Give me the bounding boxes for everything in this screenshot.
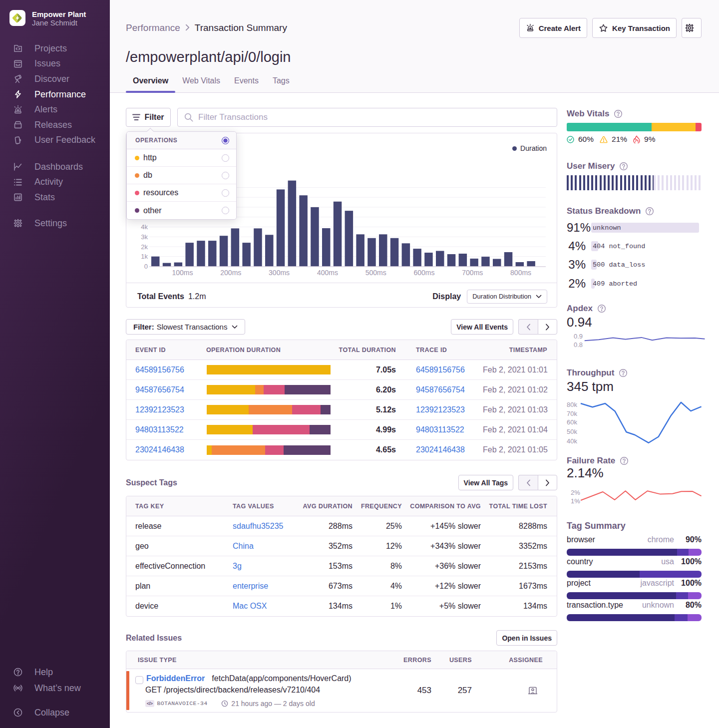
svg-text:300ms: 300ms <box>269 269 290 277</box>
svg-text:4k: 4k <box>141 223 148 231</box>
svg-text:700ms: 700ms <box>462 269 483 277</box>
svg-text:800ms: 800ms <box>510 269 531 277</box>
svg-text:1k: 1k <box>141 253 148 260</box>
svg-text:400ms: 400ms <box>317 269 338 277</box>
svg-text:600ms: 600ms <box>413 269 434 277</box>
svg-text:100ms: 100ms <box>172 269 193 277</box>
svg-text:2k: 2k <box>141 243 148 251</box>
svg-text:200ms: 200ms <box>220 269 241 277</box>
svg-text:3k: 3k <box>141 233 148 241</box>
svg-text:0: 0 <box>144 263 148 270</box>
svg-text:500ms: 500ms <box>365 269 386 277</box>
